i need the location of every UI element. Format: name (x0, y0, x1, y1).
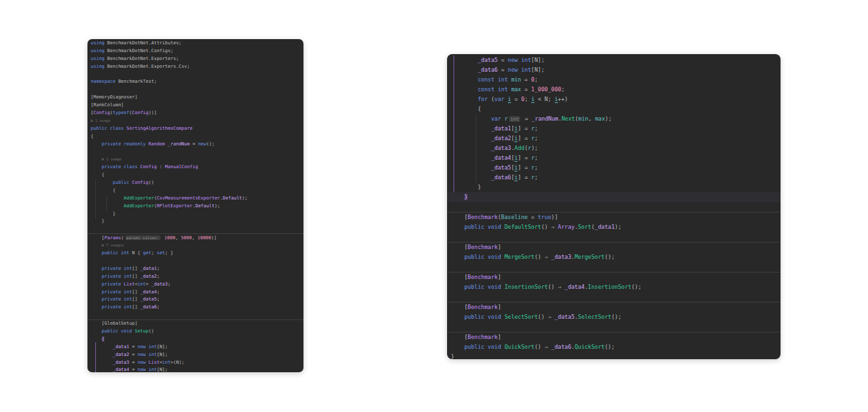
code-token: } (451, 184, 481, 190)
code-token: public void (451, 344, 504, 350)
code-line (447, 232, 781, 242)
code-line: const int max = 1_000_000; (447, 85, 781, 95)
code-token: (); (612, 314, 621, 320)
code-token: ); (215, 203, 220, 209)
code-token: 1 usage (104, 157, 121, 161)
code-area: using BenchmarkDotNet.Attributes;using B… (87, 39, 303, 372)
code-line: public class SortingAlgorithmsCompare (87, 125, 303, 133)
code-token: min (511, 76, 521, 83)
code-line (87, 71, 303, 79)
code-token: [N]; (157, 352, 168, 357)
code-token: var (451, 115, 504, 122)
code-token (451, 66, 478, 73)
code-token: private int (91, 266, 132, 271)
code-line: [RankColumn] (87, 102, 303, 110)
code-token: { (91, 172, 104, 177)
code-token: _data6 (551, 344, 572, 350)
code-token (91, 156, 102, 162)
code-line: _data6[i] = r; (447, 173, 781, 183)
code-token: using (91, 64, 107, 69)
code-token: List (149, 360, 160, 365)
code-token: )] (551, 214, 558, 220)
code-token: (); (206, 141, 215, 147)
code-token: _randNum (531, 115, 558, 122)
inlay-hint: int (509, 116, 520, 122)
code-token: Benchmark (468, 244, 498, 250)
code-line: using BenchmarkDotNet.Configs; (87, 48, 303, 55)
code-token: } (91, 211, 116, 216)
code-token: [] (132, 266, 140, 271)
code-line: private List<int> _data3; (87, 281, 303, 289)
code-token: _data3 (151, 282, 168, 287)
code-token: set (157, 250, 165, 256)
code-line: { (87, 171, 303, 179)
code-line: using BenchmarkDotNet.Exporters; (87, 55, 303, 63)
code-token: Default (223, 196, 242, 201)
right-code-panel[interactable]: _data5 = new int[N]; _data6 = new int[N]… (447, 54, 781, 359)
code-token: = (521, 76, 531, 83)
code-token: Config (140, 164, 157, 169)
code-token: _data1 (140, 266, 157, 271)
code-token (91, 360, 113, 365)
code-token: Setup (134, 329, 148, 334)
code-line: _data3.Add(r); (447, 143, 781, 153)
code-token: InsertionSort (588, 284, 632, 290)
code-token (451, 135, 491, 141)
code-token: MergeSort (574, 254, 604, 260)
code-token (91, 196, 124, 201)
code-token: [GlobalSetup] (91, 321, 138, 326)
code-token: , (588, 115, 595, 122)
inlay-hint: params values: (125, 235, 161, 240)
code-token: N { (132, 250, 143, 256)
code-token: ; (157, 274, 159, 279)
code-token: _data2 (140, 274, 157, 279)
code-line: public Config() (87, 179, 303, 187)
code-token: () ⇒ (535, 254, 551, 260)
code-line: [Benchmark] (447, 272, 781, 282)
code-token: BenchmarkTest; (118, 79, 157, 84)
code-token: private int (91, 289, 132, 295)
code-token: 10000 (197, 235, 211, 241)
code-token: ] (498, 274, 501, 280)
code-token: Baseline (501, 214, 528, 220)
code-token (451, 194, 464, 200)
code-token: typeof (113, 110, 129, 115)
left-code-panel[interactable]: using BenchmarkDotNet.Attributes;using B… (87, 39, 303, 372)
code-token: () ⇒ (538, 314, 555, 320)
code-line: _data1[i] = r; (447, 124, 781, 134)
code-token: : (157, 164, 165, 169)
code-token: [] (132, 304, 140, 310)
code-token (451, 174, 491, 181)
code-token: 1_000_000 (531, 86, 561, 93)
code-token: _data3 (113, 360, 129, 365)
code-token: public int (91, 250, 132, 256)
code-line: var rint = _randNum.Next(min, max); (447, 114, 781, 124)
code-token: = (498, 57, 508, 63)
code-token: ; (525, 96, 531, 102)
code-token: _data5 (140, 297, 157, 302)
code-token: public void (451, 314, 504, 320)
code-line: _data1 = new int[N]; (87, 344, 303, 351)
code-token: QuickSort (574, 344, 604, 350)
code-token: get (143, 250, 151, 256)
code-token: for (451, 96, 491, 102)
code-token: private int (91, 304, 132, 310)
code-token: = (190, 141, 198, 147)
code-token: private int (91, 274, 132, 279)
code-token: List (124, 282, 135, 287)
code-line (87, 312, 303, 319)
code-token: ; (535, 154, 538, 161)
code-line: private int[] _data6; (87, 304, 303, 312)
code-token: BenchmarkDotNet.Exporters; (107, 56, 179, 61)
code-token: public void (451, 224, 504, 230)
code-area: _data5 = new int[N]; _data6 = new int[N]… (447, 54, 781, 359)
code-token (91, 344, 113, 349)
code-token: Default (195, 203, 215, 209)
code-token: MergeSort (504, 254, 535, 260)
code-token: max (595, 115, 605, 122)
code-token: Sort (578, 224, 591, 230)
code-token: const int (451, 76, 511, 83)
code-token: ; (157, 266, 159, 271)
code-line (447, 292, 781, 302)
code-line: [Benchmark] (447, 332, 781, 342)
